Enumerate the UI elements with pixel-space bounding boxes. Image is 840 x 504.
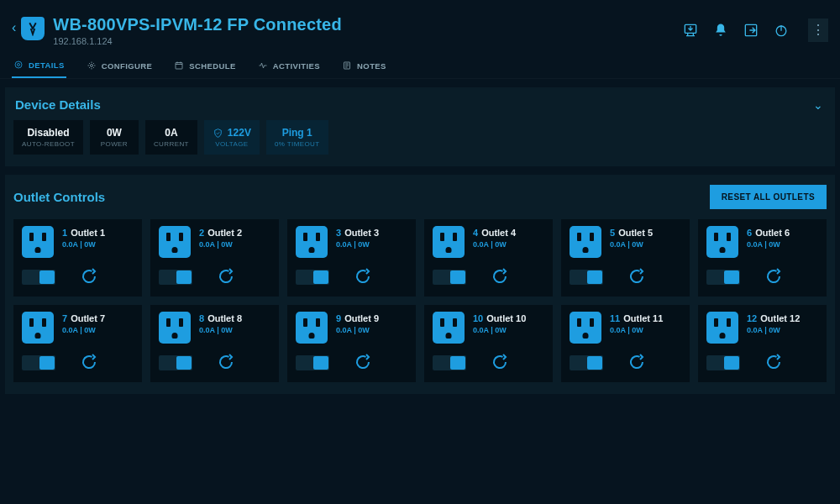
outlet-toggle[interactable] [159,270,192,285]
outlet-grid: 1Outlet 10.0A | 0W2Outlet 20.0A | 0W3Out… [13,219,827,382]
outlet-toggle[interactable] [22,355,55,370]
outlet-stats: 0.0A | 0W [610,326,663,334]
more-menu[interactable]: ⋮ [808,18,828,42]
outlet-label: Outlet 8 [207,313,242,323]
outlet-power-cycle-button[interactable] [627,352,647,374]
stat-auto-reboot: Disabled AUTO-REBOOT [13,120,83,155]
tab-configure[interactable]: CONFIGURE [85,55,155,78]
outlet-toggle[interactable] [570,355,603,370]
device-details-title: Device Details [15,97,101,112]
outlet-toggle[interactable] [22,270,55,285]
back-button[interactable]: ‹ [12,20,16,35]
outlet-label: Outlet 7 [71,313,105,323]
outlet-card: 1Outlet 10.0A | 0W [13,219,142,297]
outlet-controls-panel: Outlet Controls RESET ALL OUTLETS 1Outle… [5,175,835,394]
outlet-card: 7Outlet 70.0A | 0W [13,305,142,382]
outlet-plug-icon [433,226,465,258]
outlet-number: 3 [336,228,341,238]
outlet-toggle[interactable] [296,270,329,285]
stat-power: 0W POWER [90,120,139,155]
outlet-toggle[interactable] [570,270,603,285]
outlet-power-cycle-button[interactable] [627,266,647,288]
outlet-toggle[interactable] [433,355,466,370]
header-actions: ⋮ [682,18,828,42]
outlet-card: 5Outlet 50.0A | 0W [561,219,690,297]
outlet-label: Outlet 3 [344,228,379,238]
device-details-panel: Device Details ⌄ Disabled AUTO-REBOOT 0W… [5,87,835,166]
outlet-power-cycle-button[interactable] [764,352,784,374]
svg-point-3 [15,61,22,68]
notifications-icon[interactable] [712,22,729,39]
tab-schedule[interactable]: SCHEDULE [172,55,237,78]
outlet-number: 11 [610,313,620,323]
tab-details[interactable]: DETAILS [12,55,66,78]
outlet-toggle[interactable] [159,355,192,370]
shield-check-icon [213,128,223,139]
outlet-power-cycle-button[interactable] [216,352,236,374]
outlet-stats: 0.0A | 0W [199,326,242,334]
outlet-number: 12 [747,313,757,323]
outlet-plug-icon [706,226,738,258]
outlet-power-cycle-button[interactable] [353,352,373,374]
outlet-power-cycle-button[interactable] [764,266,784,288]
outlet-stats: 0.0A | 0W [336,240,379,249]
export-icon[interactable] [743,22,759,39]
outlet-stats: 0.0A | 0W [199,240,242,249]
device-icon [21,17,45,40]
outlet-plug-icon [570,312,601,344]
collapse-toggle[interactable]: ⌄ [813,98,823,112]
reset-all-outlets-button[interactable]: RESET ALL OUTLETS [710,185,827,209]
outlet-stats: 0.0A | 0W [62,240,105,249]
firmware-icon[interactable] [682,22,699,39]
outlet-card: 6Outlet 60.0A | 0W [698,219,827,297]
outlet-number: 10 [473,313,483,323]
outlet-plug-icon [570,226,601,258]
outlet-power-cycle-button[interactable] [79,266,99,288]
outlet-number: 2 [199,228,204,238]
tab-bar: DETAILS CONFIGURE SCHEDULE ACTIVITIES NO… [0,51,840,79]
outlet-controls-title: Outlet Controls [13,190,105,204]
outlet-plug-icon [159,226,191,258]
outlet-stats: 0.0A | 0W [747,240,790,249]
outlet-card: 11Outlet 110.0A | 0W [561,305,690,382]
outlet-plug-icon [22,226,54,258]
outlet-power-cycle-button[interactable] [216,266,236,288]
outlet-plug-icon [706,312,738,344]
svg-point-4 [18,64,20,66]
outlet-toggle[interactable] [706,355,740,370]
outlet-plug-icon [296,226,328,258]
outlet-label: Outlet 4 [481,228,516,238]
power-icon[interactable] [773,22,790,39]
outlet-label: Outlet 11 [623,313,663,323]
outlet-plug-icon [22,312,54,344]
outlet-power-cycle-button[interactable] [490,352,510,374]
outlet-number: 1 [62,228,67,238]
outlet-number: 6 [747,228,752,238]
tab-activities-label: ACTIVITIES [273,61,320,71]
outlet-label: Outlet 5 [618,228,653,238]
stat-current: 0A CURRENT [145,120,197,155]
outlet-card: 12Outlet 120.0A | 0W [698,305,827,382]
tab-schedule-label: SCHEDULE [189,61,235,71]
outlet-label: Outlet 10 [486,313,526,323]
outlet-plug-icon [296,312,328,344]
outlet-power-cycle-button[interactable] [353,266,373,288]
tab-notes[interactable]: NOTES [340,55,388,78]
outlet-card: 2Outlet 20.0A | 0W [150,219,279,297]
tab-activities[interactable]: ACTIVITIES [256,55,322,78]
tab-details-label: DETAILS [29,60,65,70]
outlet-toggle[interactable] [706,270,740,285]
outlet-stats: 0.0A | 0W [336,326,379,334]
outlet-stats: 0.0A | 0W [610,240,653,249]
outlet-label: Outlet 1 [71,228,105,238]
outlet-stats: 0.0A | 0W [473,326,526,334]
outlet-card: 4Outlet 40.0A | 0W [424,219,553,297]
outlet-card: 3Outlet 30.0A | 0W [287,219,416,297]
outlet-toggle[interactable] [296,355,329,370]
outlet-power-cycle-button[interactable] [490,266,510,288]
outlet-number: 7 [62,313,67,323]
svg-rect-6 [176,63,182,70]
outlet-power-cycle-button[interactable] [79,352,99,374]
outlet-label: Outlet 12 [760,313,800,323]
outlet-toggle[interactable] [433,270,466,285]
